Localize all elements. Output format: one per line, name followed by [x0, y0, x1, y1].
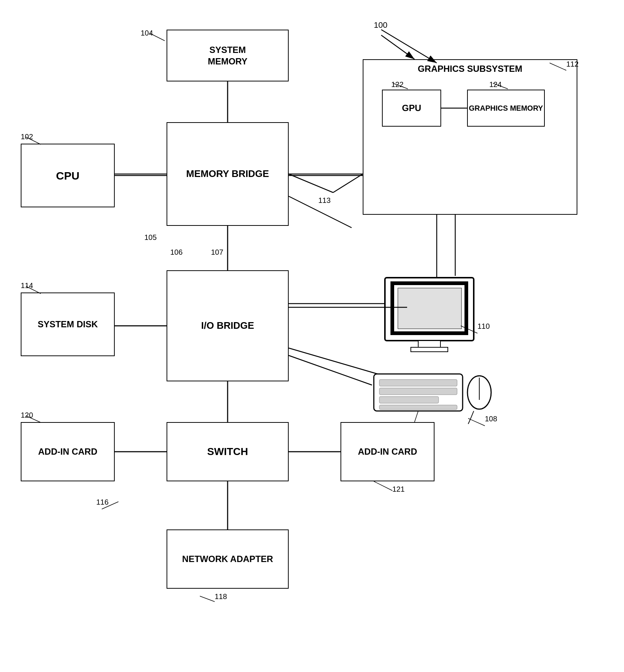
- ref-118: 118: [215, 592, 227, 601]
- ref-121: 121: [392, 485, 405, 494]
- svg-line-40: [374, 481, 392, 491]
- svg-line-4: [289, 174, 333, 193]
- svg-line-21: [550, 63, 566, 70]
- ref-107: 107: [211, 248, 223, 257]
- cpu-box: CPU: [21, 144, 115, 207]
- svg-rect-34: [379, 397, 439, 403]
- svg-line-30: [461, 326, 477, 333]
- ref-112: 112: [566, 60, 578, 68]
- diagram-container: SYSTEM MEMORY 104 MEMORY BRIDGE CPU 102 …: [0, 0, 624, 672]
- svg-rect-29: [411, 347, 448, 352]
- network-adapter-box: NETWORK ADAPTER: [167, 529, 289, 589]
- gpu-box: GPU: [382, 90, 441, 127]
- system-memory-box: SYSTEM MEMORY: [167, 30, 289, 81]
- svg-rect-35: [379, 405, 457, 409]
- ref-110: 110: [477, 322, 490, 331]
- svg-line-19: [493, 83, 508, 89]
- switch-box: SWITCH: [167, 422, 289, 481]
- svg-line-17: [26, 137, 41, 144]
- ref-105: 105: [144, 233, 157, 242]
- svg-line-23: [381, 30, 437, 63]
- graphics-memory-box: GRAPHICS MEMORY: [467, 90, 545, 127]
- add-in-card-right-box: ADD-IN CARD: [340, 422, 435, 481]
- memory-bridge-box: MEMORY BRIDGE: [167, 122, 289, 226]
- svg-rect-33: [379, 388, 457, 395]
- svg-line-16: [150, 33, 165, 41]
- svg-line-24: [26, 286, 41, 294]
- svg-rect-32: [379, 380, 457, 386]
- svg-line-39: [26, 416, 41, 422]
- ref-113: 113: [318, 196, 331, 205]
- ref-108: 108: [485, 415, 497, 423]
- svg-rect-27: [398, 288, 462, 329]
- svg-line-53: [289, 355, 372, 385]
- svg-line-5: [333, 174, 363, 193]
- svg-line-42: [102, 502, 118, 509]
- io-bridge-box: I/O BRIDGE: [167, 270, 289, 381]
- system-disk-box: SYSTEM DISK: [21, 292, 115, 356]
- svg-line-8: [289, 348, 378, 374]
- ref-106: 106: [170, 248, 182, 257]
- svg-line-41: [200, 596, 215, 602]
- svg-line-18: [393, 83, 408, 89]
- add-in-card-left-box: ADD-IN CARD: [21, 422, 115, 481]
- graphics-subsystem-box: GRAPHICS SUBSYSTEM GPU 122 GRAPHICS MEMO…: [363, 59, 577, 215]
- monitor-icon: [381, 274, 485, 355]
- svg-line-38: [468, 418, 485, 426]
